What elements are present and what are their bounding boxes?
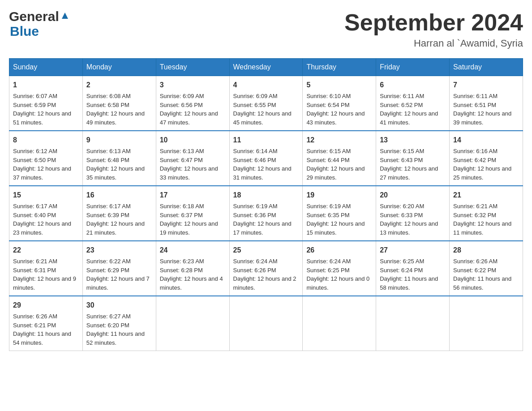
calendar-cell: 17 Sunrise: 6:18 AM Sunset: 6:37 PM Dayl… bbox=[156, 186, 229, 241]
sunrise-text: Sunrise: 6:13 AM bbox=[160, 148, 204, 154]
location-subtitle: Harran al `Awamid, Syria bbox=[344, 38, 523, 49]
calendar-cell: 1 Sunrise: 6:07 AM Sunset: 6:59 PM Dayli… bbox=[9, 76, 83, 131]
daylight-text: Daylight: 12 hours and 15 minutes. bbox=[306, 220, 365, 236]
calendar-cell: 25 Sunrise: 6:24 AM Sunset: 6:26 PM Dayl… bbox=[229, 241, 303, 296]
day-number: 29 bbox=[13, 300, 79, 311]
calendar-cell: 11 Sunrise: 6:14 AM Sunset: 6:46 PM Dayl… bbox=[229, 131, 303, 186]
sunset-text: Sunset: 6:44 PM bbox=[306, 157, 349, 163]
day-number: 13 bbox=[380, 135, 446, 146]
daylight-text: Daylight: 12 hours and 33 minutes. bbox=[160, 165, 218, 181]
day-number: 20 bbox=[380, 190, 446, 201]
month-year-title: September 2024 bbox=[344, 9, 523, 36]
sunset-text: Sunset: 6:25 PM bbox=[306, 267, 349, 274]
sunrise-text: Sunrise: 6:12 AM bbox=[13, 148, 57, 154]
daylight-text: Daylight: 12 hours and 25 minutes. bbox=[453, 165, 511, 181]
sunset-text: Sunset: 6:42 PM bbox=[453, 157, 496, 163]
sunrise-text: Sunrise: 6:19 AM bbox=[233, 203, 278, 210]
calendar-cell: 26 Sunrise: 6:24 AM Sunset: 6:25 PM Dayl… bbox=[303, 241, 376, 296]
day-number: 6 bbox=[380, 80, 446, 90]
logo: General Blue bbox=[9, 9, 70, 39]
daylight-text: Daylight: 12 hours and 4 minutes. bbox=[160, 275, 223, 291]
day-number: 21 bbox=[453, 190, 519, 201]
day-number: 25 bbox=[233, 245, 299, 256]
calendar-cell: 21 Sunrise: 6:21 AM Sunset: 6:32 PM Dayl… bbox=[450, 186, 523, 241]
day-number: 27 bbox=[380, 245, 446, 256]
calendar-cell: 23 Sunrise: 6:22 AM Sunset: 6:29 PM Dayl… bbox=[82, 241, 156, 296]
calendar-cell bbox=[450, 296, 523, 351]
daylight-text: Daylight: 11 hours and 52 minutes. bbox=[86, 330, 145, 346]
weekday-header: Saturday bbox=[450, 59, 523, 76]
daylight-text: Daylight: 12 hours and 45 minutes. bbox=[233, 110, 292, 126]
calendar-cell: 30 Sunrise: 6:27 AM Sunset: 6:20 PM Dayl… bbox=[82, 296, 156, 351]
sunset-text: Sunset: 6:24 PM bbox=[380, 267, 423, 274]
daylight-text: Daylight: 12 hours and 0 minutes. bbox=[306, 275, 369, 291]
sunrise-text: Sunrise: 6:26 AM bbox=[13, 313, 57, 320]
calendar-cell: 6 Sunrise: 6:11 AM Sunset: 6:52 PM Dayli… bbox=[376, 76, 450, 131]
calendar-cell: 28 Sunrise: 6:26 AM Sunset: 6:22 PM Dayl… bbox=[450, 241, 523, 296]
calendar-cell: 2 Sunrise: 6:08 AM Sunset: 6:58 PM Dayli… bbox=[82, 76, 156, 131]
sunset-text: Sunset: 6:43 PM bbox=[380, 157, 423, 163]
sunset-text: Sunset: 6:48 PM bbox=[86, 157, 129, 163]
daylight-text: Daylight: 12 hours and 27 minutes. bbox=[380, 165, 438, 181]
daylight-text: Daylight: 12 hours and 2 minutes. bbox=[233, 275, 296, 291]
sunrise-text: Sunrise: 6:24 AM bbox=[306, 258, 351, 265]
sunrise-text: Sunrise: 6:21 AM bbox=[13, 258, 57, 265]
sunrise-text: Sunrise: 6:23 AM bbox=[160, 258, 204, 265]
sunrise-text: Sunrise: 6:17 AM bbox=[86, 203, 131, 210]
calendar-cell: 27 Sunrise: 6:25 AM Sunset: 6:24 PM Dayl… bbox=[376, 241, 450, 296]
weekday-header: Monday bbox=[82, 59, 156, 76]
calendar-cell: 14 Sunrise: 6:16 AM Sunset: 6:42 PM Dayl… bbox=[450, 131, 523, 186]
daylight-text: Daylight: 12 hours and 29 minutes. bbox=[306, 165, 365, 181]
sunset-text: Sunset: 6:29 PM bbox=[86, 267, 129, 274]
sunrise-text: Sunrise: 6:27 AM bbox=[86, 313, 131, 320]
day-number: 5 bbox=[306, 80, 372, 90]
logo-general-text: General bbox=[9, 9, 59, 24]
daylight-text: Daylight: 12 hours and 51 minutes. bbox=[13, 110, 71, 126]
weekday-header: Tuesday bbox=[156, 59, 229, 76]
sunrise-text: Sunrise: 6:26 AM bbox=[453, 258, 498, 265]
sunrise-text: Sunrise: 6:20 AM bbox=[380, 203, 424, 210]
day-number: 12 bbox=[306, 135, 372, 146]
page-header: General Blue September 2024 Harran al `A… bbox=[9, 9, 523, 49]
daylight-text: Daylight: 12 hours and 39 minutes. bbox=[453, 110, 511, 126]
daylight-text: Daylight: 11 hours and 58 minutes. bbox=[380, 275, 438, 291]
calendar-cell: 18 Sunrise: 6:19 AM Sunset: 6:36 PM Dayl… bbox=[229, 186, 303, 241]
sunrise-text: Sunrise: 6:10 AM bbox=[306, 93, 351, 99]
sunrise-text: Sunrise: 6:11 AM bbox=[380, 93, 424, 99]
sunset-text: Sunset: 6:28 PM bbox=[160, 267, 203, 274]
calendar-cell: 12 Sunrise: 6:15 AM Sunset: 6:44 PM Dayl… bbox=[303, 131, 376, 186]
day-number: 16 bbox=[86, 190, 152, 201]
calendar-cell: 20 Sunrise: 6:20 AM Sunset: 6:33 PM Dayl… bbox=[376, 186, 450, 241]
day-number: 26 bbox=[306, 245, 372, 256]
sunset-text: Sunset: 6:47 PM bbox=[160, 157, 203, 163]
calendar-cell: 29 Sunrise: 6:26 AM Sunset: 6:21 PM Dayl… bbox=[9, 296, 83, 351]
calendar-week-row: 8 Sunrise: 6:12 AM Sunset: 6:50 PM Dayli… bbox=[9, 131, 523, 186]
weekday-header-row: SundayMondayTuesdayWednesdayThursdayFrid… bbox=[9, 59, 523, 76]
sunset-text: Sunset: 6:32 PM bbox=[453, 212, 496, 218]
sunrise-text: Sunrise: 6:09 AM bbox=[160, 93, 204, 99]
daylight-text: Daylight: 12 hours and 19 minutes. bbox=[160, 220, 218, 236]
daylight-text: Daylight: 12 hours and 35 minutes. bbox=[86, 165, 145, 181]
sunset-text: Sunset: 6:40 PM bbox=[13, 212, 56, 218]
logo-icon bbox=[60, 11, 70, 22]
sunset-text: Sunset: 6:59 PM bbox=[13, 102, 56, 108]
day-number: 15 bbox=[13, 190, 79, 201]
daylight-text: Daylight: 12 hours and 47 minutes. bbox=[160, 110, 218, 126]
calendar-cell: 16 Sunrise: 6:17 AM Sunset: 6:39 PM Dayl… bbox=[82, 186, 156, 241]
day-number: 7 bbox=[453, 80, 519, 90]
sunrise-text: Sunrise: 6:25 AM bbox=[380, 258, 424, 265]
sunrise-text: Sunrise: 6:15 AM bbox=[306, 148, 351, 154]
calendar-table: SundayMondayTuesdayWednesdayThursdayFrid… bbox=[9, 58, 523, 351]
sunset-text: Sunset: 6:37 PM bbox=[160, 212, 203, 218]
daylight-text: Daylight: 12 hours and 41 minutes. bbox=[380, 110, 438, 126]
calendar-week-row: 15 Sunrise: 6:17 AM Sunset: 6:40 PM Dayl… bbox=[9, 186, 523, 241]
sunset-text: Sunset: 6:22 PM bbox=[453, 267, 496, 274]
sunset-text: Sunset: 6:46 PM bbox=[233, 157, 276, 163]
daylight-text: Daylight: 12 hours and 23 minutes. bbox=[13, 220, 71, 236]
daylight-text: Daylight: 12 hours and 21 minutes. bbox=[86, 220, 145, 236]
sunset-text: Sunset: 6:52 PM bbox=[380, 102, 423, 108]
sunrise-text: Sunrise: 6:17 AM bbox=[13, 203, 57, 210]
day-number: 22 bbox=[13, 245, 79, 256]
day-number: 28 bbox=[453, 245, 519, 256]
sunset-text: Sunset: 6:55 PM bbox=[233, 102, 276, 108]
